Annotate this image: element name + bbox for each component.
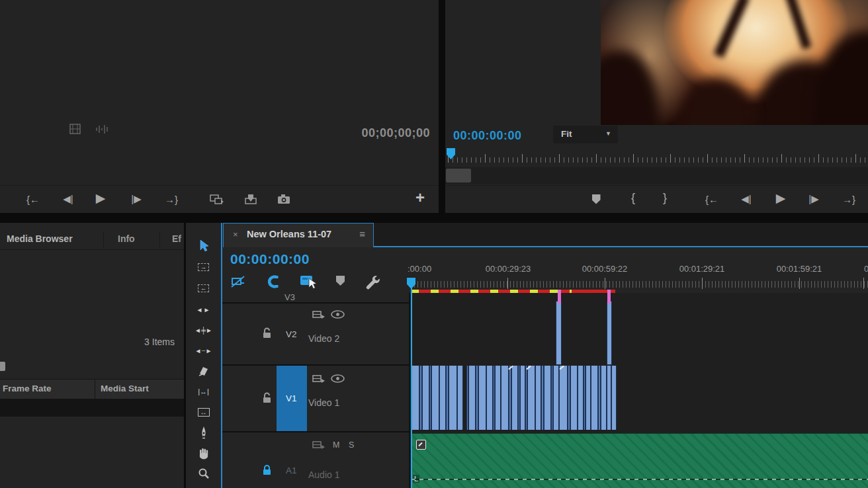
timeline-clip[interactable]: [501, 366, 509, 430]
volume-keyframe-line[interactable]: [411, 479, 868, 480]
column-divider[interactable]: [95, 380, 95, 399]
eye-icon[interactable]: [331, 310, 345, 319]
lock-closed-icon[interactable]: [262, 464, 272, 476]
timeline-playhead-line[interactable]: [411, 281, 412, 488]
timeline-clip[interactable]: [535, 366, 541, 430]
timeline-clip[interactable]: [468, 366, 476, 430]
timeline-clip[interactable]: [495, 366, 501, 430]
sync-lock-icon[interactable]: [312, 374, 326, 384]
tool-ripple-edit[interactable]: ◄►: [186, 301, 221, 318]
sequence-marker[interactable]: [607, 290, 611, 304]
tool-hand[interactable]: [186, 444, 221, 462]
timeline-clip[interactable]: [520, 366, 525, 430]
lock-open-icon[interactable]: [262, 327, 272, 339]
scrollbar-handle[interactable]: [446, 169, 471, 183]
timeline-clip[interactable]: [570, 366, 578, 430]
step-forward-button[interactable]: |▶: [128, 191, 145, 207]
ruler-label: 00:00:59:22: [582, 264, 628, 274]
step-back-button[interactable]: ◀|: [738, 191, 755, 207]
timeline-clip[interactable]: [553, 366, 559, 430]
solo-button[interactable]: S: [349, 440, 354, 450]
program-ruler[interactable]: [445, 147, 868, 167]
tab-media-browser[interactable]: Media Browser: [7, 233, 73, 244]
tool-track-select-backward[interactable]: ←: [186, 280, 221, 297]
timeline-clip[interactable]: [607, 366, 611, 430]
mark-in-button[interactable]: {: [625, 190, 642, 206]
timeline-clip[interactable]: [449, 366, 457, 430]
tool-pen[interactable]: [186, 424, 221, 441]
track-name-v1[interactable]: Video 1: [308, 397, 339, 408]
track-label-v1[interactable]: V1: [286, 393, 297, 403]
tool-slide[interactable]: ↔: [186, 403, 221, 421]
timeline-clip[interactable]: [586, 366, 591, 430]
insert-button[interactable]: [208, 191, 226, 207]
timeline-clip[interactable]: [578, 366, 584, 430]
timeline-clip[interactable]: [556, 301, 562, 365]
lock-open-icon[interactable]: [262, 392, 272, 404]
go-to-in-button[interactable]: {←: [703, 191, 720, 207]
timeline-clip[interactable]: [439, 366, 446, 430]
tool-rate-stretch[interactable]: ◄┄►: [186, 342, 221, 359]
monitor-divider[interactable]: [439, 0, 445, 213]
timeline-clip[interactable]: [511, 366, 518, 430]
drag-video-icon[interactable]: [69, 124, 83, 135]
timeline-clip[interactable]: [486, 366, 493, 430]
timeline-clip[interactable]: [607, 301, 612, 365]
program-scrollbar[interactable]: [445, 167, 868, 184]
overwrite-button[interactable]: [242, 191, 259, 207]
timeline-clip[interactable]: [544, 366, 551, 430]
timeline-clip[interactable]: [422, 366, 429, 430]
tool-track-select-forward[interactable]: →: [186, 259, 221, 276]
timeline-clip[interactable]: [527, 366, 535, 430]
track-label-a1[interactable]: A1: [286, 466, 297, 475]
eye-icon[interactable]: [331, 374, 345, 383]
export-frame-button[interactable]: [275, 191, 292, 207]
section-divider[interactable]: [0, 213, 868, 223]
step-back-button[interactable]: ◀|: [60, 191, 77, 207]
timeline-clip[interactable]: [431, 366, 439, 430]
play-button[interactable]: ▶: [772, 190, 789, 206]
sequence-marker[interactable]: [558, 290, 561, 304]
audio-clip[interactable]: L: [411, 433, 868, 488]
button-editor-button[interactable]: +: [412, 188, 429, 207]
close-icon[interactable]: ×: [233, 229, 238, 239]
tool-selection[interactable]: [186, 237, 221, 255]
timeline-clip[interactable]: [591, 366, 598, 430]
sync-lock-icon[interactable]: [312, 310, 326, 319]
mark-out-button[interactable]: }: [656, 190, 673, 206]
sequence-tab-title[interactable]: New Orleans 11-07: [247, 229, 331, 239]
add-marker-button[interactable]: [587, 191, 605, 207]
track-header-v1: V1 Video 1: [222, 366, 410, 431]
track-label-v2[interactable]: V2: [286, 329, 297, 339]
panel-menu-icon[interactable]: ≡: [359, 228, 365, 239]
view-mode-icon[interactable]: [0, 362, 5, 371]
timeline-ruler[interactable]: :00:0000:00:29:2300:00:59:2200:01:29:210…: [221, 263, 868, 293]
timeline-clip[interactable]: [457, 366, 463, 430]
tool-slip[interactable]: |↔|: [186, 383, 221, 400]
timeline-clip[interactable]: [478, 366, 486, 430]
column-frame-rate[interactable]: Frame Rate: [3, 384, 52, 393]
track-name-v2[interactable]: Video 2: [308, 333, 339, 344]
tab-effects[interactable]: Ef: [172, 233, 181, 244]
tool-zoom[interactable]: [186, 465, 221, 482]
track-name-a1[interactable]: Audio 1: [308, 469, 339, 480]
timeline-clip[interactable]: [559, 366, 568, 430]
tab-info[interactable]: Info: [118, 233, 135, 244]
column-media-start[interactable]: Media Start: [101, 384, 149, 393]
timeline-clip[interactable]: [611, 366, 617, 430]
play-button[interactable]: ▶: [92, 190, 109, 206]
step-forward-button[interactable]: |▶: [805, 191, 822, 207]
mute-button[interactable]: M: [333, 440, 339, 450]
timeline-clip[interactable]: [601, 366, 607, 430]
tool-rolling-edit[interactable]: ◄╪►: [186, 321, 221, 339]
fx-badge-icon[interactable]: [416, 440, 426, 450]
zoom-level-dropdown[interactable]: Fit ▼: [553, 126, 618, 143]
sync-lock-icon[interactable]: [312, 440, 326, 450]
crowd-silhouette: [814, 31, 868, 125]
go-to-out-button[interactable]: →}: [163, 191, 180, 207]
go-to-out-button[interactable]: →}: [840, 191, 857, 207]
go-to-in-button[interactable]: {←: [24, 191, 42, 207]
drag-audio-icon[interactable]: [95, 124, 110, 134]
tool-razor[interactable]: [186, 362, 221, 380]
tab-sequence[interactable]: × New Orleans 11-07 ≡: [223, 223, 374, 247]
